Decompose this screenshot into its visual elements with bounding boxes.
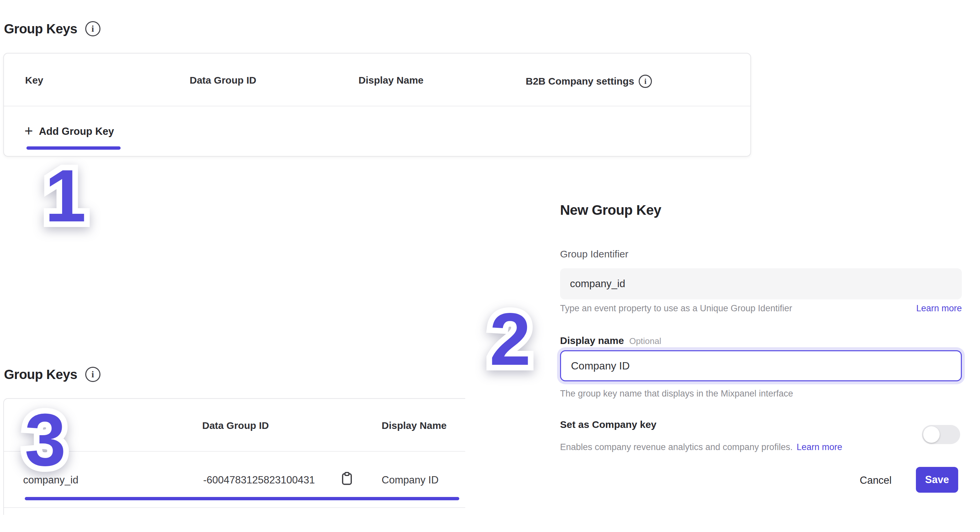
- company-key-helper-row: Enables company revenue analytics and co…: [560, 442, 962, 452]
- plus-icon: +: [24, 124, 33, 138]
- group-keys-heading-row: Group Keys i: [4, 367, 100, 382]
- annotation-underline-step1: [26, 147, 121, 150]
- column-header-key: Key: [25, 75, 43, 86]
- company-key-helper: Enables company revenue analytics and co…: [560, 442, 793, 452]
- page-title: Group Keys: [4, 21, 77, 37]
- info-icon[interactable]: i: [85, 21, 100, 37]
- info-icon[interactable]: i: [85, 367, 100, 382]
- column-header-display-name: Display Name: [358, 75, 423, 86]
- row-display-name-cell: Company ID: [382, 474, 439, 486]
- annotation-underline-step3: [25, 497, 459, 500]
- optional-tag: Optional: [629, 336, 661, 346]
- cancel-button[interactable]: Cancel: [860, 475, 892, 486]
- toggle-knob: [923, 426, 940, 443]
- company-key-label: Set as Company key: [560, 419, 657, 430]
- row-data-group-id-cell: -6004783125823100431: [203, 474, 315, 486]
- page: Group Keys i Key Data Group ID Display N…: [0, 0, 980, 532]
- company-key-toggle[interactable]: [922, 425, 960, 444]
- group-identifier-helper: Type an event property to use as a Uniqu…: [560, 303, 792, 314]
- display-name-label: Display name: [560, 335, 624, 346]
- group-identifier-label: Group Identifier: [560, 248, 628, 260]
- display-name-helper: The group key name that displays in the …: [560, 389, 793, 399]
- group-identifier-helper-row: Type an event property to use as a Uniqu…: [560, 303, 962, 314]
- column-header-b2b-settings: B2B Company settings i: [526, 75, 652, 88]
- group-keys-table: Key Data Group ID Display Name B2B Compa…: [3, 53, 751, 157]
- step-3-sticker: 3 3: [24, 403, 66, 477]
- column-header-data-group-id: Data Group ID: [190, 75, 256, 86]
- add-group-key-button[interactable]: + Add Group Key: [24, 125, 114, 138]
- section-title: Group Keys: [4, 367, 77, 382]
- header-divider: [4, 451, 465, 452]
- form-title: New Group Key: [560, 202, 661, 218]
- column-header-data-group-id: Data Group ID: [202, 420, 269, 431]
- header-divider: [4, 106, 750, 107]
- column-header-display-name: Display Name: [382, 420, 447, 431]
- group-keys-heading-row: Group Keys i: [4, 21, 100, 37]
- group-identifier-input[interactable]: [560, 268, 962, 299]
- learn-more-link[interactable]: Learn more: [797, 442, 842, 452]
- display-name-helper-row: The group key name that displays in the …: [560, 389, 962, 399]
- add-group-key-label: Add Group Key: [39, 126, 114, 137]
- display-name-input[interactable]: [560, 350, 962, 381]
- info-icon[interactable]: i: [639, 75, 652, 88]
- save-button[interactable]: Save: [916, 467, 958, 493]
- display-name-label-row: Display nameOptional: [560, 335, 661, 346]
- row-divider: [4, 507, 465, 508]
- step-2-sticker: 2 2: [489, 302, 531, 376]
- learn-more-link[interactable]: Learn more: [916, 303, 962, 314]
- step-1-sticker: 1 1: [45, 159, 86, 233]
- copy-icon[interactable]: [339, 471, 355, 486]
